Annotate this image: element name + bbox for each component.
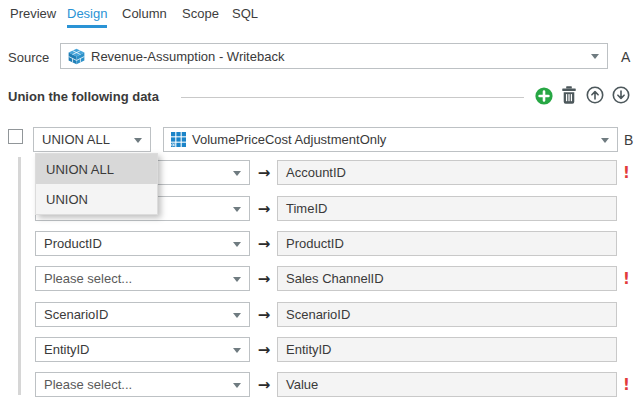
chevron-down-icon [233, 383, 241, 388]
mapping-target-value: Value [278, 377, 318, 392]
union-dataset-value: VolumePriceCost AdjustmentOnly [186, 132, 386, 147]
error-icon: ! [623, 164, 630, 182]
divider [181, 97, 524, 98]
mapping-source-dropdown[interactable]: EntityID [35, 337, 250, 362]
chevron-down-icon [233, 207, 241, 212]
chevron-down-icon [233, 313, 241, 318]
union-section-title: Union the following data [8, 89, 159, 104]
cube-icon [61, 48, 85, 65]
mapping-target-field: ProductID [277, 231, 617, 256]
mapping-target-value: EntityID [278, 342, 332, 357]
plus-circle-icon [535, 91, 553, 108]
source-value: Revenue-Assumption - Writeback [85, 49, 284, 64]
union-operator-dropdown[interactable]: UNION ALL [33, 127, 151, 152]
tab-sql[interactable]: SQL [232, 6, 258, 25]
trash-icon [561, 90, 577, 107]
menu-item-union[interactable]: UNION [36, 184, 157, 214]
menu-item-union-all[interactable]: UNION ALL [36, 154, 157, 184]
mapping-target-field: Value [277, 372, 617, 397]
arrow-up-circle-icon [586, 90, 604, 107]
error-icon: ! [623, 270, 630, 288]
mapping-target-field: Sales ChannelID [277, 266, 617, 291]
mapping-source-dropdown[interactable]: ScenarioID [35, 302, 250, 327]
arrow-right-icon: → [254, 270, 274, 288]
mapping-source-value: Please select... [36, 377, 132, 392]
chevron-down-icon [134, 138, 142, 143]
mapping-target-field: ScenarioID [277, 302, 617, 327]
union-operator-value: UNION ALL [34, 132, 110, 147]
chevron-down-icon [233, 171, 241, 176]
arrow-right-icon: → [254, 164, 274, 182]
mapping-source-value: EntityID [36, 342, 90, 357]
chevron-down-icon [233, 348, 241, 353]
mapping-target-value: Sales ChannelID [278, 271, 384, 286]
mapping-source-dropdown[interactable]: Please select... [35, 266, 250, 291]
move-up-button[interactable] [586, 86, 604, 104]
mapping-target-field: TimeID [277, 196, 617, 221]
union-designer-panel: Preview Design Column Scope SQL Source R… [0, 0, 642, 406]
tab-column[interactable]: Column [122, 6, 167, 25]
move-down-button[interactable] [612, 86, 630, 104]
source-marker: A [621, 49, 630, 65]
arrow-down-circle-icon [612, 90, 630, 107]
mapping-target-field: AccountID [277, 160, 617, 185]
tab-design[interactable]: Design [67, 6, 107, 28]
mapping-target-value: AccountID [278, 165, 346, 180]
chevron-down-icon [591, 54, 599, 59]
mapping-target-value: ProductID [278, 236, 344, 251]
tab-preview[interactable]: Preview [10, 6, 56, 25]
arrow-right-icon: → [254, 235, 274, 253]
add-union-button[interactable] [535, 87, 553, 105]
chevron-down-icon [601, 138, 609, 143]
delete-union-button[interactable] [561, 86, 577, 104]
arrow-right-icon: → [254, 200, 274, 218]
mapping-target-value: TimeID [278, 201, 327, 216]
mapping-source-dropdown[interactable]: ProductID [35, 231, 250, 256]
arrow-right-icon: → [254, 306, 274, 324]
mapping-target-field: EntityID [277, 337, 617, 362]
arrow-right-icon: → [254, 341, 274, 359]
mapping-source-value: ProductID [36, 236, 102, 251]
union-row-checkbox[interactable] [8, 129, 23, 144]
union-dataset-dropdown[interactable]: VolumePriceCost AdjustmentOnly [163, 127, 618, 152]
mapping-source-value: Please select... [36, 271, 132, 286]
source-dropdown[interactable]: Revenue-Assumption - Writeback [60, 43, 608, 69]
error-icon: ! [623, 376, 630, 394]
mapping-source-dropdown[interactable]: Please select... [35, 372, 250, 397]
union-row-marker: B [624, 132, 633, 148]
operator-dropdown-menu: UNION ALL UNION [35, 153, 158, 215]
mapping-source-value: ScenarioID [36, 307, 108, 322]
linked-table-icon [164, 132, 186, 147]
group-line [18, 157, 21, 395]
arrow-right-icon: → [254, 376, 274, 394]
chevron-down-icon [233, 242, 241, 247]
tab-scope[interactable]: Scope [182, 6, 219, 25]
chevron-down-icon [233, 277, 241, 282]
mapping-target-value: ScenarioID [278, 307, 350, 322]
source-label: Source [8, 50, 49, 65]
